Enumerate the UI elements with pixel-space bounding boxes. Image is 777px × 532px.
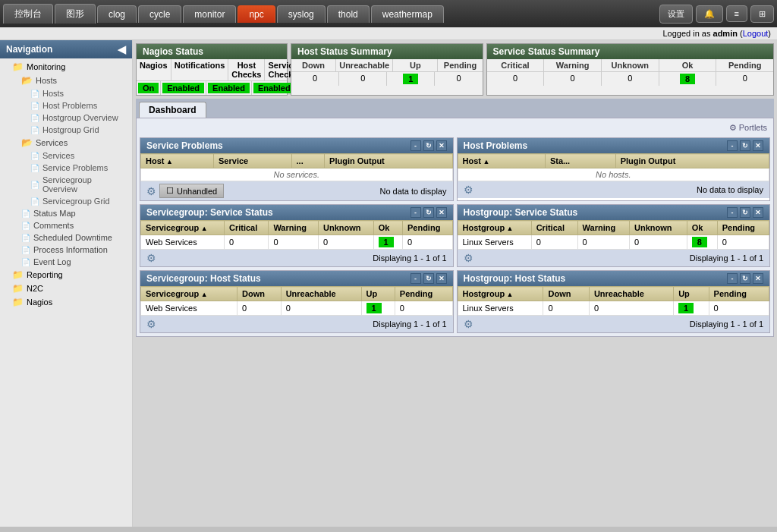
nav-tab-monitor[interactable]: monitor bbox=[183, 5, 236, 23]
servicegroup-host-status-header: Servicegroup: Host Status - ↻ ✕ bbox=[140, 271, 453, 286]
nav-tab-kongzhitai[interactable]: 控制台 bbox=[3, 4, 53, 24]
sidebar-item-services-folder[interactable]: 📂 Services bbox=[0, 136, 132, 150]
sidebar-item-service-problems[interactable]: 📄 Service Problems bbox=[0, 162, 132, 174]
th-ok[interactable]: Ok bbox=[373, 221, 402, 235]
panel-refresh-icon[interactable]: ↻ bbox=[740, 207, 750, 218]
nav-tab-clog[interactable]: clog bbox=[97, 5, 137, 23]
nav-tab-thold[interactable]: thold bbox=[327, 5, 370, 23]
nagios-status-host-checks: Enabled bbox=[208, 83, 250, 93]
th-warning[interactable]: Warning bbox=[577, 221, 630, 235]
menu-button[interactable]: ≡ bbox=[726, 5, 747, 22]
panel-minimize-icon[interactable]: - bbox=[411, 140, 421, 151]
sidebar-item-hostgroup-overview[interactable]: 📄 Hostgroup Overview bbox=[0, 112, 132, 124]
th-critical[interactable]: Critical bbox=[225, 221, 269, 235]
th-hostgroup[interactable]: Hostgroup bbox=[458, 287, 543, 301]
panel-close-icon[interactable]: ✕ bbox=[753, 140, 763, 151]
logout-link[interactable]: Logout bbox=[743, 29, 769, 38]
sidebar-item-process-information[interactable]: 📄 Process Information bbox=[0, 244, 132, 256]
th-pending[interactable]: Pending bbox=[709, 287, 769, 301]
sidebar-item-event-log[interactable]: 📄 Event Log bbox=[0, 256, 132, 268]
panel-minimize-icon[interactable]: - bbox=[411, 207, 421, 218]
panel-refresh-icon[interactable]: ↻ bbox=[423, 207, 434, 218]
sidebar-item-scheduled-downtime[interactable]: 📄 Scheduled Downtime bbox=[0, 231, 132, 244]
sidebar-item-comments[interactable]: 📄 Comments bbox=[0, 219, 132, 231]
panel-minimize-icon[interactable]: - bbox=[727, 273, 738, 284]
sidebar-item-nagios[interactable]: 📁 Nagios bbox=[0, 295, 132, 309]
grid-button[interactable]: ⊞ bbox=[750, 5, 774, 23]
settings-button[interactable]: 设置 bbox=[659, 5, 693, 24]
th-pending[interactable]: Pending bbox=[395, 287, 452, 301]
row-servicegroup-name[interactable]: Web Services bbox=[141, 235, 225, 250]
servicegroup-service-status-header: Servicegroup: Service Status - ↻ ✕ bbox=[140, 205, 453, 220]
th-unknown[interactable]: Unknown bbox=[319, 221, 374, 235]
th-hostgroup[interactable]: Hostgroup bbox=[458, 221, 531, 235]
host-problems-table: Host Sta... Plugin Output No hosts. bbox=[458, 153, 770, 181]
panel-minimize-icon[interactable]: - bbox=[411, 273, 421, 284]
th-servicegroup[interactable]: Servicegroup bbox=[141, 221, 225, 235]
sidebar-item-servicegroup-grid[interactable]: 📄 Servicegroup Grid bbox=[0, 195, 132, 207]
sidebar-item-services[interactable]: 📄 Services bbox=[0, 150, 132, 162]
panel-minimize-icon[interactable]: - bbox=[727, 207, 738, 218]
panel-close-icon[interactable]: ✕ bbox=[753, 273, 763, 284]
tab-dashboard[interactable]: Dashboard bbox=[139, 102, 206, 118]
th-plugin-output[interactable]: Plugin Output bbox=[325, 154, 452, 168]
row-hostgroup-name[interactable]: Linux Servers bbox=[458, 301, 543, 316]
panel-close-icon[interactable]: ✕ bbox=[753, 207, 763, 218]
sidebar-item-status-map[interactable]: 📄 Status Map bbox=[0, 207, 132, 219]
settings-gear-icon[interactable]: ⚙ bbox=[146, 318, 156, 330]
panel-minimize-icon[interactable]: - bbox=[727, 140, 738, 151]
th-unreachable[interactable]: Unreachable bbox=[589, 287, 673, 301]
unhandled-button[interactable]: ☐ Unhandled bbox=[159, 184, 224, 198]
panel-close-icon[interactable]: ✕ bbox=[436, 273, 447, 284]
sidebar-collapse-icon[interactable]: ◀ bbox=[118, 43, 126, 55]
panel-refresh-icon[interactable]: ↻ bbox=[423, 273, 434, 284]
nav-tab-weathermap[interactable]: weathermap bbox=[371, 5, 444, 23]
row-unknown: 0 bbox=[319, 235, 374, 250]
sidebar-item-hosts[interactable]: 📄 Hosts bbox=[0, 87, 132, 99]
settings-gear-icon[interactable]: ⚙ bbox=[464, 318, 473, 330]
nav-tab-tuxing[interactable]: 图形 bbox=[55, 4, 96, 24]
th-up[interactable]: Up bbox=[361, 287, 395, 301]
nav-tab-npc[interactable]: npc bbox=[238, 5, 275, 23]
th-up[interactable]: Up bbox=[674, 287, 709, 301]
settings-gear-icon[interactable]: ⚙ bbox=[464, 252, 473, 264]
settings-gear-icon[interactable]: ⚙ bbox=[464, 184, 473, 196]
row-servicegroup-name[interactable]: Web Services bbox=[141, 301, 238, 316]
th-pending[interactable]: Pending bbox=[717, 221, 769, 235]
sidebar-item-n2c[interactable]: 📁 N2C bbox=[0, 282, 132, 295]
th-plugin-output[interactable]: Plugin Output bbox=[615, 154, 769, 168]
panel-refresh-icon[interactable]: ↻ bbox=[740, 140, 750, 151]
th-status[interactable]: Sta... bbox=[545, 154, 615, 168]
sidebar-item-reporting[interactable]: 📁 Reporting bbox=[0, 268, 132, 282]
sidebar-item-hostgroup-grid[interactable]: 📄 Hostgroup Grid bbox=[0, 124, 132, 136]
settings-gear-icon[interactable]: ⚙ bbox=[146, 252, 156, 264]
panel-refresh-icon[interactable]: ↻ bbox=[423, 140, 434, 151]
th-unknown[interactable]: Unknown bbox=[630, 221, 687, 235]
bell-button[interactable]: 🔔 bbox=[696, 5, 723, 23]
nav-tab-syslog[interactable]: syslog bbox=[277, 5, 326, 23]
sidebar-item-label: Hosts bbox=[42, 89, 64, 98]
nav-tab-cycle[interactable]: cycle bbox=[138, 5, 181, 23]
settings-gear-icon[interactable]: ⚙ bbox=[146, 185, 156, 197]
th-pending[interactable]: Pending bbox=[402, 221, 452, 235]
th-unreachable[interactable]: Unreachable bbox=[281, 287, 361, 301]
sidebar-item-monitoring[interactable]: 📁 Monitoring bbox=[0, 60, 132, 74]
row-hostgroup-name[interactable]: Linux Servers bbox=[458, 235, 531, 250]
th-servicegroup[interactable]: Servicegroup bbox=[141, 287, 238, 301]
nagios-val-nagios: On bbox=[137, 81, 161, 95]
sidebar-item-servicegroup-overview[interactable]: 📄 Servicegroup Overview bbox=[0, 174, 132, 195]
th-dots[interactable]: ... bbox=[291, 154, 325, 168]
th-down[interactable]: Down bbox=[543, 287, 589, 301]
th-host[interactable]: Host bbox=[458, 154, 545, 168]
sidebar-item-host-problems[interactable]: 📄 Host Problems bbox=[0, 99, 132, 112]
th-critical[interactable]: Critical bbox=[531, 221, 577, 235]
panel-close-icon[interactable]: ✕ bbox=[436, 207, 447, 218]
th-ok[interactable]: Ok bbox=[687, 221, 717, 235]
th-host[interactable]: Host bbox=[141, 154, 214, 168]
th-service[interactable]: Service bbox=[214, 154, 291, 168]
sidebar-item-hosts-folder[interactable]: 📂 Hosts bbox=[0, 74, 132, 87]
panel-refresh-icon[interactable]: ↻ bbox=[740, 273, 750, 284]
th-down[interactable]: Down bbox=[238, 287, 282, 301]
th-warning[interactable]: Warning bbox=[269, 221, 319, 235]
panel-close-icon[interactable]: ✕ bbox=[436, 140, 447, 151]
